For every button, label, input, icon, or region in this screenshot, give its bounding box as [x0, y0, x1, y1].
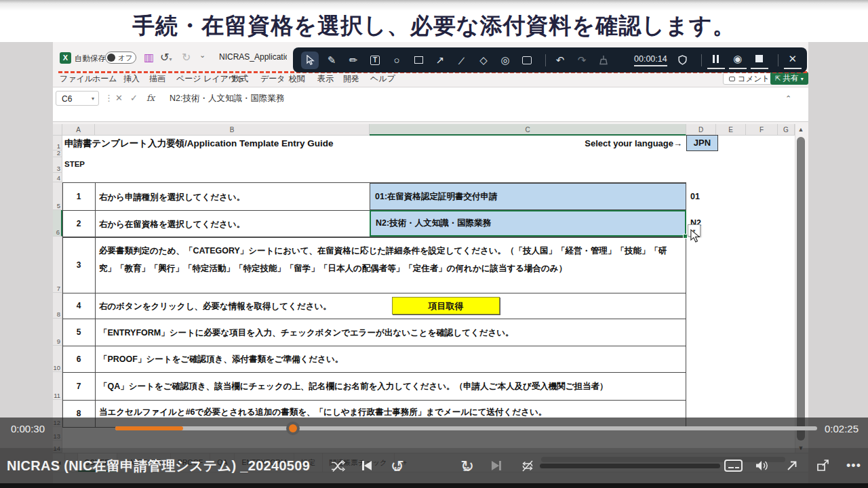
collapse-formula-bar-icon[interactable]: ⌃ — [785, 91, 791, 106]
step-label: STEP — [64, 160, 85, 168]
ribbon-tab-data[interactable]: データ — [260, 73, 285, 85]
select-tool-icon[interactable] — [301, 52, 319, 69]
next-button — [490, 458, 503, 474]
fullscreen-icon[interactable] — [783, 458, 801, 474]
stop-recording-button[interactable] — [751, 52, 768, 69]
language-select-label[interactable]: Select your language→ — [487, 138, 682, 148]
formula-bar-content[interactable]: N2:技術・人文知識・国際業務 — [170, 91, 766, 106]
fill-handle[interactable] — [683, 234, 688, 239]
row-header-5[interactable]: 5 — [53, 182, 62, 210]
repeat-off-icon[interactable] — [519, 458, 536, 474]
language-value-cell[interactable]: JPN — [686, 135, 718, 151]
clear-annotations-icon — [595, 52, 612, 69]
captions-button[interactable] — [724, 458, 743, 474]
vertical-scrollbar-thumb[interactable] — [797, 137, 805, 441]
confirm-entry-icon[interactable]: ✓ — [130, 91, 138, 106]
current-time: 0:00:30 — [11, 423, 45, 434]
seek-bar[interactable] — [115, 426, 817, 430]
column-header-d[interactable]: D — [686, 124, 716, 136]
whiteboard-tool-icon[interactable] — [518, 52, 536, 69]
ribbon-tab-developer[interactable]: 開発 — [343, 73, 359, 85]
undo-icon[interactable]: ↺▾ — [160, 51, 172, 64]
scroll-up-icon[interactable]: ▲ — [796, 126, 806, 133]
column-header-a[interactable]: A — [62, 124, 95, 136]
ribbon-tab-formulas[interactable]: 数式 — [232, 73, 248, 85]
share-icon: ⇱ — [775, 75, 781, 82]
more-options-button[interactable]: ••• — [845, 458, 863, 474]
workbook-filename: NICRAS_Applicatio — [219, 52, 287, 62]
forward-30-button[interactable]: ↻ 30 — [458, 458, 477, 475]
autosave-state: オフ — [118, 54, 133, 63]
lesson-title-banner: 手続・在留資格を選択し、必要な添付資料を確認します。 — [0, 0, 868, 42]
rectangle-tool-icon[interactable] — [410, 52, 427, 69]
popout-icon[interactable] — [814, 458, 833, 474]
ellipse-tool-icon[interactable]: ○ — [388, 52, 406, 69]
column-header-b[interactable]: B — [95, 124, 370, 136]
eraser-tool-icon[interactable]: ◇ — [475, 52, 492, 69]
volume-icon[interactable] — [753, 458, 772, 474]
ribbon-tab-review[interactable]: 校閲 — [289, 73, 305, 85]
spotlight-tool-icon[interactable]: ◎ — [496, 52, 514, 69]
row-header-10[interactable]: 10 — [53, 346, 62, 372]
shield-icon — [674, 52, 692, 69]
autosave-toggle[interactable]: オフ — [105, 52, 136, 64]
player-seek-strip: 0:00:30 0:02:25 — [0, 418, 868, 448]
save-icon[interactable]: ▥ — [144, 51, 154, 64]
step-number: 5 — [62, 319, 95, 346]
row-header-1[interactable]: 1 — [53, 136, 62, 150]
row-header-2[interactable]: 2 — [53, 150, 62, 157]
row-header-6[interactable]: 6 — [53, 210, 62, 237]
volume-slider[interactable] — [540, 464, 720, 468]
arrow-tool-icon[interactable]: ↗ — [431, 52, 449, 69]
excel-app-icon: X — [60, 52, 71, 64]
autosave-label: 自動保存 — [75, 54, 106, 64]
share-button[interactable]: ⇱ 共有 ▾ — [770, 72, 808, 85]
highlighter-tool-icon[interactable]: ✏ — [344, 52, 362, 69]
pen-tool-icon[interactable]: ✎ — [323, 52, 340, 69]
video-frame: 手続・在留資格を選択し、必要な添付資料を確認します。 X 自動保存 オフ ▥ ↺… — [0, 0, 868, 488]
pause-recording-button[interactable] — [707, 52, 725, 69]
name-box[interactable]: C6 ▾ — [56, 91, 99, 106]
name-box-dropdown-icon[interactable]: ▾ — [92, 92, 94, 106]
cell-a1-title[interactable]: 申請書テンプレート入力要領/Application Template Entry… — [64, 138, 334, 150]
get-items-button[interactable]: 項目取得 — [392, 297, 500, 314]
row-header-3[interactable]: 3 — [53, 157, 62, 173]
line-tool-icon[interactable]: ∕ — [452, 52, 473, 69]
ribbon-tab-help[interactable]: ヘルプ — [370, 73, 395, 85]
column-header-e[interactable]: E — [716, 124, 746, 136]
comment-bubble-icon — [729, 77, 735, 81]
procedure-code: 01 — [690, 192, 700, 201]
undo-icon[interactable]: ↶ — [551, 52, 569, 69]
select-all-corner[interactable] — [53, 124, 62, 136]
total-time: 0:02:25 — [825, 423, 859, 434]
cancel-entry-icon[interactable]: ✕ — [115, 91, 123, 106]
close-recording-toolbar-button[interactable]: ✕ — [784, 52, 802, 69]
row-header-11[interactable]: 11 — [53, 372, 62, 400]
comments-button[interactable]: コメント — [723, 72, 776, 85]
row-header-4[interactable]: 4 — [53, 173, 62, 182]
procedure-select-cell[interactable]: 01:在留資格認定証明書交付申請 — [370, 183, 686, 210]
row-header-8[interactable]: 8 — [53, 293, 62, 319]
rewind-10-button[interactable]: ↺ 10 — [388, 458, 407, 475]
seek-handle[interactable] — [286, 422, 300, 435]
column-header-f[interactable]: F — [746, 124, 778, 136]
previous-button[interactable] — [360, 458, 374, 474]
row-header-9[interactable]: 9 — [53, 319, 62, 346]
column-header-c[interactable]: C — [370, 124, 686, 136]
ribbon-tab-draw[interactable]: 描画 — [149, 73, 165, 85]
quick-access-menu-icon[interactable]: ⌄ — [199, 51, 205, 60]
ribbon-tab-view[interactable]: 表示 — [317, 73, 334, 85]
insert-function-icon[interactable]: fx — [146, 91, 155, 106]
status-select-cell-selected[interactable]: N2:技術・人文知識・国際業務 — [370, 210, 686, 237]
step-number: 4 — [62, 293, 95, 319]
shuffle-off-icon[interactable] — [330, 458, 346, 474]
column-header-g[interactable]: G — [778, 124, 795, 136]
ribbon-tab-file[interactable]: ファイル — [60, 73, 93, 85]
record-button[interactable]: ◉ — [729, 52, 747, 69]
ribbon-tab-home[interactable]: ホーム — [92, 73, 117, 85]
redo-icon: ↻ — [182, 51, 191, 64]
namebox-splitter-icon: ⋮ — [104, 91, 113, 106]
ribbon-tab-insert[interactable]: 挿入 — [123, 73, 140, 85]
text-tool-icon[interactable]: T — [366, 52, 384, 69]
row-header-7[interactable]: 7 — [53, 237, 62, 293]
